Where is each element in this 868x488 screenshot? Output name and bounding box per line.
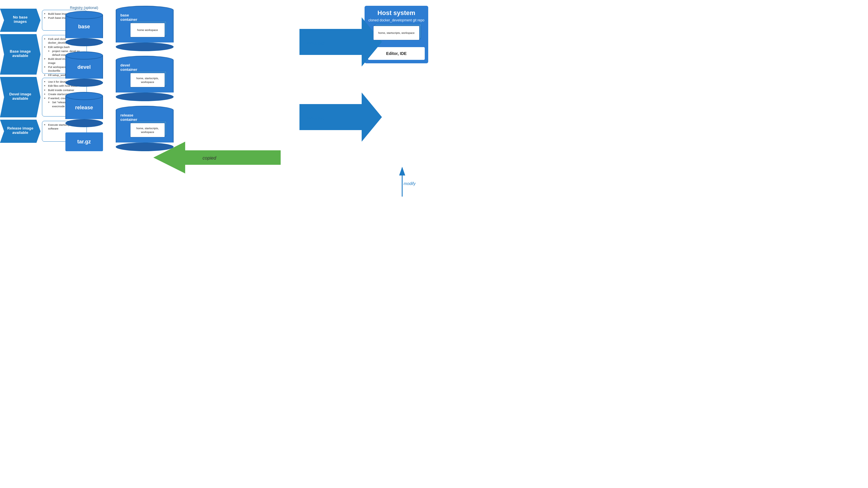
step-base-available: Base imageavailable Fork and clone docke…	[0, 34, 61, 74]
step-devel-available: Devel imageavailable Use it for developm…	[0, 77, 61, 118]
cyl-label-devel: devel	[77, 62, 91, 72]
base-container-block: basecontainer home workspace	[116, 6, 182, 51]
devel-cont-body: develcontainer home, startscripts, works…	[116, 60, 174, 93]
step-no-base: No baseimages Build base image Push base…	[0, 9, 61, 32]
mounted-arrow-middle	[300, 93, 382, 142]
host-card-wrap: home, startscripts, workspace	[373, 26, 420, 43]
card-text: home workspace	[137, 28, 158, 32]
chevron-release-available: Release imageavailable	[0, 120, 40, 143]
devel-container-block: develcontainer home, startscripts, works…	[116, 56, 182, 101]
release-container-block: releasecontainer home, startscripts, wor…	[116, 106, 182, 151]
devel-cont-cards: home, startscripts, workspace	[130, 73, 165, 90]
cyl-bottom-devel	[65, 78, 103, 87]
registry-label: Registry (optional)	[63, 6, 105, 10]
containers-column: basecontainer home workspace develcontai…	[116, 6, 182, 156]
devel-cylinder: devel	[65, 52, 103, 87]
host-card-text: home, startscripts, workspace	[378, 31, 414, 34]
card-front: home, startscripts, workspace	[130, 123, 165, 137]
cyl-label-release: release	[75, 102, 93, 113]
card-text: home, startscripts, workspace	[130, 76, 165, 84]
card-front: home, startscripts, workspace	[130, 73, 165, 87]
registry-column: Registry (optional) base devel release t…	[63, 6, 105, 151]
cyl-label-base: base	[78, 22, 90, 32]
host-subtitle: cloned docker_development git repo	[368, 18, 425, 23]
card-front: home workspace	[130, 23, 165, 37]
chevron-label: Devel imageavailable	[9, 92, 31, 101]
steps-column: No baseimages Build base image Push base…	[0, 9, 61, 144]
copied-text: copied	[203, 156, 216, 160]
step-release-available: Release imageavailable Execute startscri…	[0, 120, 61, 143]
base-cont-label: basecontainer	[119, 12, 173, 22]
modify-text: modify	[404, 181, 416, 186]
tgz-box: tar.gz	[65, 132, 103, 151]
devel-cont-label: develcontainer	[119, 62, 173, 72]
editor-box: Editor, IDE	[368, 47, 425, 60]
cyl-bottom-release	[65, 119, 103, 127]
devel-cont-bottom	[116, 93, 174, 101]
cyl-top-devel	[65, 52, 103, 60]
release-cylinder: release	[65, 92, 103, 127]
base-cont-body: basecontainer home workspace	[116, 10, 174, 42]
chevron-label: Base imageavailable	[10, 49, 31, 58]
base-cont-cards: home workspace	[130, 23, 165, 40]
release-cont-cards: home, startscripts, workspace	[130, 123, 165, 140]
host-title: Host system	[368, 9, 425, 17]
host-card-front: home, startscripts, workspace	[373, 26, 420, 40]
chevron-no-base: No baseimages	[0, 9, 40, 32]
host-system-box: Host system cloned docker_development gi…	[365, 6, 428, 63]
mounted-text-middle: mounted	[307, 116, 325, 121]
release-cont-label: releasecontainer	[119, 112, 173, 122]
cyl-bottom-base	[65, 38, 103, 46]
chevron-label: No baseimages	[13, 15, 28, 24]
card-text: home, startscripts, workspace	[130, 126, 165, 134]
chevron-devel-available: Devel imageavailable	[0, 77, 40, 118]
release-cont-body: releasecontainer home, startscripts, wor…	[116, 110, 174, 142]
chevron-label: Release imageavailable	[7, 126, 33, 135]
base-cont-bottom	[116, 42, 174, 51]
base-cylinder: base	[65, 11, 103, 46]
cyl-top-base	[65, 11, 103, 19]
cyl-top-release	[65, 92, 103, 100]
mounted-text-top: mounted	[307, 41, 325, 46]
chevron-base-available: Base imageavailable	[0, 34, 40, 74]
release-cont-bottom	[116, 142, 174, 151]
